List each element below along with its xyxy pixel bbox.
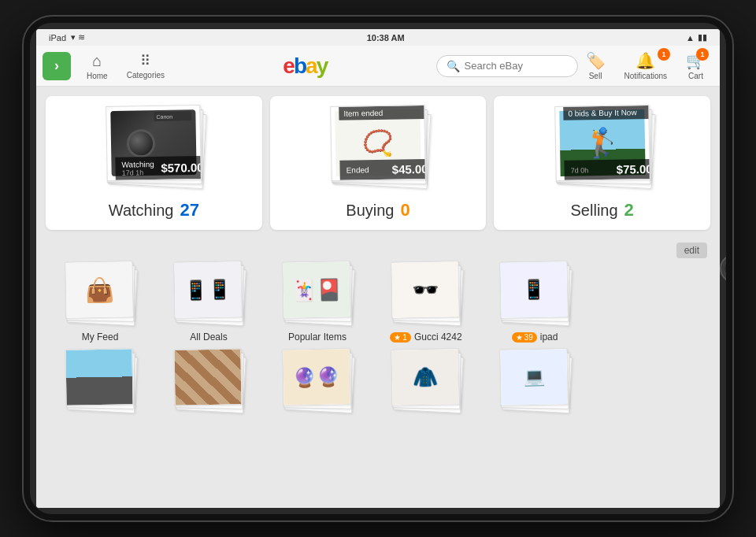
pop-gp3: 🃏🎴 <box>282 261 350 318</box>
ipad-frame: iPad ▾ ≋ 10:38 AM ▲ ▮▮ › ⌂ Home ⠿ Catego… <box>24 17 732 520</box>
notifications-icon: 🔔 <box>636 51 655 70</box>
overlay-sublabel-watching: 17d 1h <box>122 169 154 177</box>
sky-photo-stack <box>61 349 139 416</box>
ipad-label: ipad <box>540 331 558 343</box>
grid-item-sky[interactable] <box>49 349 151 416</box>
watching-card[interactable]: Canon EOS Watching 17d 1h $570.00 <box>46 96 262 230</box>
gp3: 👜 <box>65 261 133 318</box>
grid-item-gucci[interactable]: 🕶️ ★ 1 Gucci 4242 <box>375 261 477 343</box>
watching-title: Watching <box>109 202 174 220</box>
edit-button[interactable]: edit <box>676 243 707 258</box>
ja-gp3: 🧥 <box>391 348 459 406</box>
sell-icon: 🏷️ <box>586 51 606 70</box>
home-button[interactable] <box>720 254 732 283</box>
price-overlay-buying: Ended $45.00 <box>339 159 425 180</box>
selling-count: 2 <box>624 200 634 220</box>
nav-bar: › ⌂ Home ⠿ Categories ebay 🔍 🏷️ <box>36 46 720 87</box>
buying-card[interactable]: 📿 Item ended Ended $45.00 Buying <box>270 96 487 230</box>
battery-icon: ▮▮ <box>698 32 707 43</box>
price-selling: $75.00 <box>616 162 650 176</box>
selling-label-group: Selling 2 <box>571 200 634 220</box>
gucci-label: Gucci 4242 <box>414 331 462 343</box>
grid-item-ipad[interactable]: 📱 ★ 39 ipad <box>484 261 586 343</box>
grid-item-jacket[interactable]: 🧥 <box>375 349 477 416</box>
ipad-badge-count: 39 <box>524 333 533 342</box>
popular-items-label: Popular Items <box>288 331 346 343</box>
notifications-badge: 1 <box>658 48 670 61</box>
price-watching: $570.00 <box>161 161 202 175</box>
items-grid: 👜 My Feed 📱📱 <box>49 261 707 343</box>
gu-gp3: 🕶️ <box>391 261 459 318</box>
back-button[interactable]: › <box>43 52 71 80</box>
nav-home[interactable]: ⌂ Home <box>77 49 117 83</box>
price-overlay-top-buying: Item ended <box>339 106 426 120</box>
buying-title: Buying <box>346 202 394 220</box>
signal-icon: ▲ <box>686 33 695 43</box>
wi-gp3: 💻 <box>499 348 568 406</box>
price-buying: $45.00 <box>392 162 426 176</box>
nav-categories-label: Categories <box>127 71 165 80</box>
overlay-label-watching: Watching <box>122 160 155 169</box>
activity-row: Canon EOS Watching 17d 1h $570.00 <box>46 96 710 230</box>
overlay-sublabel-selling: 7d 0h <box>570 166 588 174</box>
nav-sell[interactable]: 🏷️ Sell <box>578 48 613 83</box>
nav-sell-label: Sell <box>589 72 602 80</box>
cards-image: 🃏🎴 <box>283 261 350 317</box>
price-overlay-top-selling: 0 bids & Buy It Now <box>563 106 650 120</box>
selling-title: Selling <box>571 202 618 220</box>
search-icon: 🔍 <box>447 60 460 72</box>
ipad-star-icon: ★ <box>516 333 523 342</box>
ipad-label-group: ★ 39 ipad <box>512 331 558 343</box>
tile-photo-stack <box>169 349 248 416</box>
ipad-badge: ★ 39 <box>512 332 537 343</box>
price-overlay-watching: Watching 17d 1h $570.00 <box>116 156 202 180</box>
jacket-photo-stack: 🧥 <box>387 349 465 416</box>
photo-main: Canon EOS Watching 17d 1h $570.00 <box>106 105 202 181</box>
selling-photo-main: 🏌️ 0 bids & Buy It Now 7d 0h $75.00 <box>554 105 650 181</box>
cart-badge: 1 <box>696 48 709 61</box>
main-content: Canon EOS Watching 17d 1h $570.00 <box>36 87 720 508</box>
ea-gp3: 🔮🔮 <box>282 348 350 406</box>
selling-photo-stack: 🏌️ 0 bids & Buy It Now 7d 0h $75.00 <box>547 106 658 192</box>
nav-home-label: Home <box>87 72 108 80</box>
tablet-image: 📱 <box>500 261 567 317</box>
ipad-photo-stack: 📱 <box>495 261 574 328</box>
buying-count: 0 <box>400 200 410 220</box>
sk-gp3 <box>65 348 133 406</box>
grid-item-tile[interactable] <box>158 349 260 416</box>
tile-image <box>174 349 241 405</box>
grid-item-win[interactable]: 💻 <box>484 349 586 416</box>
home-icon: ⌂ <box>92 52 102 70</box>
grid-item-popular-items[interactable]: 🃏🎴 Popular Items <box>266 261 369 343</box>
watching-count: 27 <box>180 200 198 220</box>
all-deals-photo-stack: 📱📱 <box>169 261 248 328</box>
win-photo-stack: 💻 <box>495 349 574 416</box>
all-deals-label: All Deals <box>190 331 227 343</box>
watching-photo-stack: Canon EOS Watching 17d 1h $570.00 <box>98 106 209 192</box>
nav-actions: 🏷️ Sell 🔔 1 Notifications 🛒 1 Cart <box>578 48 713 83</box>
ebay-logo: ebay <box>182 54 428 79</box>
selling-card[interactable]: 🏌️ 0 bids & Buy It Now 7d 0h $75.00 <box>494 96 710 230</box>
search-bar[interactable]: 🔍 <box>436 55 578 77</box>
grid-item-earring[interactable]: 🔮🔮 <box>266 349 369 416</box>
gucci-badge: ★ 1 <box>390 332 411 343</box>
sky-image <box>65 349 132 405</box>
grid-item-my-feed[interactable]: 👜 My Feed <box>49 261 151 343</box>
popular-photo-stack: 🃏🎴 <box>278 261 357 328</box>
status-time: 10:38 AM <box>367 33 405 43</box>
watching-label-group: Watching 27 <box>109 200 199 220</box>
grid-item-all-deals[interactable]: 📱📱 All Deals <box>158 261 260 343</box>
gucci-label-group: ★ 1 Gucci 4242 <box>390 331 461 343</box>
price-overlay-selling: 7d 0h $75.00 <box>564 159 650 180</box>
ipad-screen: iPad ▾ ≋ 10:38 AM ▲ ▮▮ › ⌂ Home ⠿ Catego… <box>36 29 720 508</box>
my-feed-label: My Feed <box>82 331 119 343</box>
nav-cart[interactable]: 🛒 1 Cart <box>678 48 713 83</box>
search-input[interactable] <box>465 60 568 72</box>
device-name: iPad <box>49 33 66 43</box>
nav-notifications[interactable]: 🔔 1 Notifications <box>617 48 675 83</box>
status-bar: iPad ▾ ≋ 10:38 AM ▲ ▮▮ <box>36 29 720 46</box>
nav-categories[interactable]: ⠿ Categories <box>117 49 174 83</box>
phones-image: 📱📱 <box>174 261 241 317</box>
jacket-image: 🧥 <box>391 349 458 405</box>
bag-image: 👜 <box>65 261 132 317</box>
